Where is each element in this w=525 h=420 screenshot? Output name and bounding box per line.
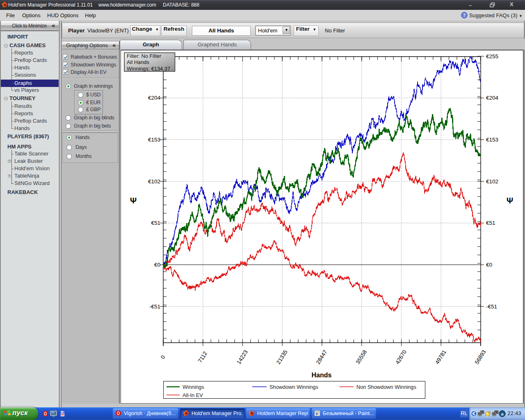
svg-text:?: ? [463, 13, 466, 18]
svg-text:a: a [501, 411, 504, 417]
